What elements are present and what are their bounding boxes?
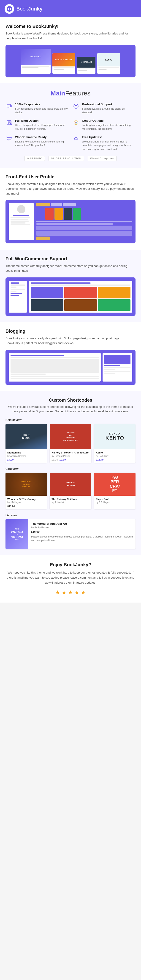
feature-colour-content: Colour Options Looking to change the col… (82, 119, 136, 131)
nightshade-cover: NIGHTSHADE (5, 424, 47, 449)
enjoy-section: Enjoy BookJunky? We hope you like this t… (0, 555, 141, 603)
form-field (36, 226, 132, 230)
partner-slider: SLIDER REVOLUTION (48, 156, 84, 161)
woo-page-sub (30, 285, 130, 286)
filter-tag-1 (11, 293, 22, 294)
feature-free: Free Updates! We don't ignore our themes… (72, 135, 136, 151)
post-line-1 (104, 367, 130, 368)
stars-row: ★ ★ ★ ★ ★ (5, 589, 136, 596)
railway-info: The Railway Children by E. Nesbit (50, 496, 91, 506)
welcome-title: Welcome to BookJunky! (5, 24, 136, 29)
nightshade-info: Nightshade by Andrea Cremer £4.99 (5, 449, 47, 463)
colour-icon (72, 119, 80, 126)
svg-point-0 (6, 6, 12, 12)
book-railway: RAILWAYCHILDREN The Railway Children by … (50, 473, 91, 509)
feature-woo-content: WooCommerce Ready Looking to change the … (15, 135, 69, 147)
preview-book-4: KENJO (97, 53, 120, 74)
railway-title: The Railway Children (51, 498, 89, 501)
feature-responsive-desc: Fully responsive design and looks great … (15, 107, 69, 115)
logo-text: BookJunky (16, 6, 43, 12)
feature-free-desc: We don't ignore our themes once they're … (82, 140, 136, 151)
blog-post (103, 353, 132, 382)
profile-form-sim (36, 221, 132, 240)
railway-author: by E. Nesbit (51, 501, 89, 504)
feature-support: ? Professional Support Support available… (72, 102, 136, 115)
abstract-desc: Maecenas commodo elementum est, ac sempe… (31, 535, 133, 542)
star-4: ★ (74, 589, 79, 596)
abstract-price: £16.99 (31, 530, 133, 533)
wonders-cover: WONDERSOF THEGALAXY (5, 473, 47, 496)
history-price: £9.25 £2.99 (51, 458, 89, 461)
profile-main (36, 203, 132, 240)
abstract-info: The World of Abstract Art by Emily Rosen… (28, 519, 136, 549)
woo-page-title (30, 282, 91, 283)
shortcodes-section: Custom Shortcodes We've included several… (0, 391, 141, 555)
kenjo-author: by Patti Burr (96, 455, 134, 457)
enjoy-title: Enjoy BookJunky? (5, 562, 136, 567)
partners-row: WARPINFO SLIDER REVOLUTION Visual Compos… (5, 156, 136, 161)
feature-blog-title: Full Blog Design (15, 119, 69, 123)
papercraft-info: Paper Craft by J G Hayes (94, 496, 136, 506)
profile-title: Front-End User Profile (5, 174, 136, 180)
feature-responsive: 100% Responsive Fully responsive design … (5, 102, 69, 115)
feature-free-content: Free Updates! We don't ignore our themes… (82, 135, 136, 151)
feature-woo-title: WooCommerce Ready (15, 135, 69, 139)
shelf-book-2 (45, 208, 54, 220)
star-1: ★ (55, 589, 60, 596)
book-history: HISTORYOFMODERNARCHITECTURE History of M… (50, 424, 91, 463)
form-line-1 (36, 221, 132, 223)
woo-description: The theme comes with fully designed WooC… (5, 264, 136, 273)
feature-blog: Full Blog Design We've designed all the … (5, 119, 69, 131)
welcome-description: BookJunky is a new WordPress theme desig… (5, 31, 136, 41)
feature-woo-desc: Looking to change the colours to somethi… (15, 140, 69, 147)
history-title: History of Modern Architecture (51, 451, 89, 454)
feature-blog-desc: We've designed all the blog pages for yo… (15, 123, 69, 131)
kenjo-price: £11.49 (96, 458, 134, 461)
railway-cover: RAILWAYCHILDREN (50, 473, 91, 496)
history-author: by Richard Phillips (51, 455, 89, 457)
blog-page-line-4 (11, 378, 99, 379)
book-papercraft: PA/ PER CRA/ FT Paper Craft by J G Hayes (94, 473, 136, 509)
woo-filter (9, 281, 27, 313)
svg-point-20 (75, 123, 77, 124)
svg-point-21 (8, 140, 9, 141)
partner-visual-composer: Visual Composer (88, 156, 117, 161)
profile-tab-2 (51, 203, 62, 207)
filter-tag-2 (11, 295, 19, 296)
blog-title: Blogging (5, 329, 136, 334)
profile-sidebar (9, 203, 34, 240)
filter-line-1 (11, 282, 19, 283)
woo-book-1 (30, 287, 63, 298)
filter-line-3 (11, 286, 16, 288)
feature-colour-title: Colour Options (82, 119, 136, 123)
site-header: BookJunky (0, 0, 141, 18)
blog-description: BookJunky also comes ready designed with… (5, 336, 136, 346)
avatar-placeholder (17, 205, 26, 213)
wonders-title: Wonders Of The Galaxy (7, 498, 45, 501)
blog-page-line-3 (11, 375, 99, 377)
abstract-cover: THE WORLD OF ABSTRACT ART (5, 519, 28, 549)
feature-support-title: Professional Support (82, 102, 136, 106)
profile-tabs (36, 203, 132, 207)
feature-support-desc: Support available around the clock, as s… (82, 107, 136, 115)
filter-line-5 (11, 291, 16, 292)
svg-text:?: ? (75, 104, 77, 108)
preview-book-1: THE WORLD (21, 49, 51, 74)
logo-circle (5, 4, 14, 14)
post-line-3 (104, 371, 130, 372)
papercraft-author: by J G Hayes (96, 501, 134, 504)
welcome-preview: THE WORLD HISTORY OF MODERN NIGHT SHADE (5, 45, 136, 77)
sidebar-line-2 (11, 219, 28, 220)
svg-rect-2 (10, 8, 11, 10)
features-title: MainFeatures (5, 90, 136, 97)
book-abstract: THE WORLD OF ABSTRACT ART The World of A… (5, 519, 136, 549)
woo-book-6 (98, 299, 130, 311)
profile-tab-active (36, 203, 50, 207)
card-view-label: Card view (5, 468, 136, 471)
wonders-price: £11.50 (7, 504, 45, 508)
default-view-grid: NIGHTSHADE Nightshade by Andrea Cremer £… (5, 424, 136, 463)
feature-responsive-content: 100% Responsive Fully responsive design … (15, 102, 69, 115)
feature-blog-content: Full Blog Design We've designed all the … (15, 119, 69, 131)
svg-point-22 (10, 140, 11, 141)
svg-line-23 (6, 137, 7, 137)
